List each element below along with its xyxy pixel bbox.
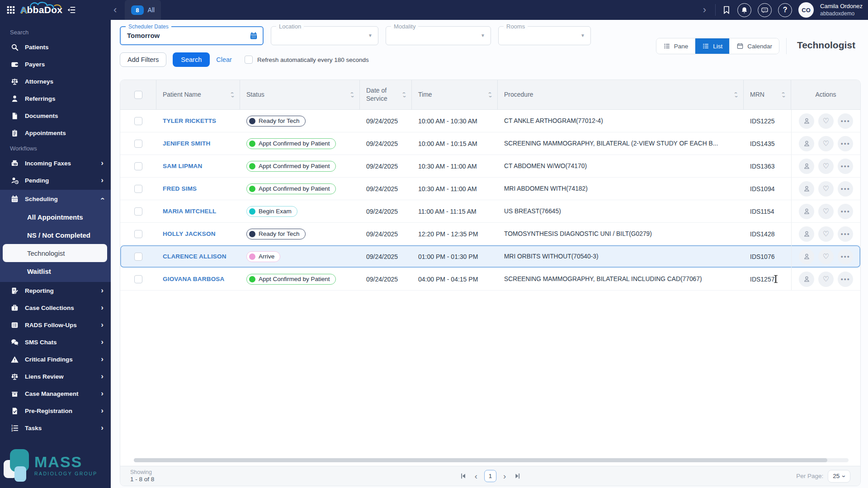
- sidebar-item-scheduling[interactable]: Scheduling ›: [0, 190, 111, 208]
- pane-view-button[interactable]: Pane: [656, 38, 696, 54]
- patient-info-button[interactable]: [799, 226, 814, 242]
- previous-page-button[interactable]: ‹: [475, 472, 477, 480]
- row-checkbox[interactable]: [134, 185, 142, 193]
- patient-name-link[interactable]: GIOVANA BARBOSA: [156, 276, 240, 282]
- patient-name-link[interactable]: MARIA MITCHELL: [156, 208, 240, 215]
- sidebar-item-referrings[interactable]: Referrings ›: [0, 90, 111, 107]
- health-record-button[interactable]: ♡: [818, 159, 834, 174]
- row-checkbox[interactable]: [134, 275, 142, 283]
- health-record-button[interactable]: ♡: [818, 181, 834, 197]
- rooms-select[interactable]: Rooms ▼: [498, 26, 591, 45]
- search-button[interactable]: Search: [173, 52, 210, 67]
- column-procedure[interactable]: Procedure››: [498, 80, 744, 109]
- clear-button[interactable]: Clear: [216, 56, 232, 63]
- sidebar-item-critical-findings[interactable]: Critical Findings ›: [0, 351, 111, 368]
- more-actions-button[interactable]: ●●●: [838, 136, 853, 151]
- scrollbar-thumb[interactable]: [134, 458, 827, 462]
- user-avatar[interactable]: CO: [798, 2, 814, 18]
- more-actions-button[interactable]: ●●●: [838, 204, 853, 219]
- next-page-button[interactable]: ›: [503, 472, 506, 480]
- column-date-of-service[interactable]: Date of Service››: [360, 80, 412, 109]
- health-record-button[interactable]: ♡: [818, 136, 834, 151]
- patient-info-button[interactable]: [799, 249, 814, 264]
- patient-name-link[interactable]: CLARENCE ALLISON: [156, 253, 240, 260]
- patient-name-link[interactable]: FRED SIMS: [156, 185, 240, 192]
- sidebar-item-sms-chats[interactable]: SMS Chats ›: [0, 333, 111, 351]
- more-actions-button[interactable]: ●●●: [838, 249, 853, 264]
- current-page-button[interactable]: 1: [484, 470, 496, 482]
- patient-name-link[interactable]: SAM LIPMAN: [156, 163, 240, 169]
- sort-icon[interactable]: ››: [351, 91, 353, 98]
- messages-button[interactable]: [758, 3, 772, 17]
- patient-info-button[interactable]: [799, 159, 814, 174]
- health-record-button[interactable]: ♡: [818, 226, 834, 242]
- health-record-button[interactable]: ♡: [818, 204, 834, 219]
- table-row[interactable]: SAM LIPMAN Appt Confirmed by Patient 09/…: [120, 155, 860, 178]
- health-record-button[interactable]: ♡: [818, 249, 834, 264]
- sidebar-subitem-technologist[interactable]: Technologist: [3, 244, 107, 262]
- add-filters-button[interactable]: Add Filters: [120, 52, 166, 67]
- patient-name-link[interactable]: JENIFER SMITH: [156, 140, 240, 147]
- help-button[interactable]: ?: [778, 3, 792, 17]
- sidebar-subitem-ns-not-completed[interactable]: NS / Not Completed: [0, 226, 111, 244]
- more-actions-button[interactable]: ●●●: [838, 181, 853, 197]
- table-row[interactable]: CLARENCE ALLISON Arrive 09/24/2025 01:00…: [120, 245, 860, 268]
- row-checkbox[interactable]: [134, 162, 142, 170]
- table-row[interactable]: HOLLY JACKSON Ready for Tech 09/24/2025 …: [120, 223, 860, 245]
- bookmark-button[interactable]: [722, 5, 731, 14]
- column-patient-name[interactable]: Patient Name››: [156, 80, 240, 109]
- sidebar-item-payers[interactable]: Payers ›: [0, 56, 111, 73]
- sidebar-item-incoming-faxes[interactable]: Incoming Faxes ›: [0, 155, 111, 172]
- sidebar-item-case-collections[interactable]: Case Collections ›: [0, 299, 111, 316]
- row-checkbox[interactable]: [134, 117, 142, 125]
- sort-icon[interactable]: ››: [735, 91, 737, 98]
- health-record-button[interactable]: ♡: [818, 272, 834, 287]
- scheduler-dates-field[interactable]: Scheduler Dates Tomorrow: [120, 26, 264, 45]
- sidebar-item-attorneys[interactable]: Attorneys ›: [0, 73, 111, 90]
- modality-select[interactable]: Modality ▼: [386, 26, 491, 45]
- more-actions-button[interactable]: ●●●: [838, 226, 853, 242]
- table-row[interactable]: TYLER RICKETTS Ready for Tech 09/24/2025…: [120, 110, 860, 132]
- tab-all[interactable]: 8 All: [125, 0, 161, 20]
- patient-name-link[interactable]: HOLLY JACKSON: [156, 230, 240, 237]
- sidebar-item-appointments[interactable]: Appointments ›: [0, 124, 111, 141]
- per-page-select[interactable]: 25 ›: [828, 470, 850, 483]
- patient-info-button[interactable]: [799, 136, 814, 151]
- sidebar-item-patients[interactable]: Patients ›: [0, 38, 111, 56]
- column-time[interactable]: Time››: [412, 80, 498, 109]
- row-checkbox[interactable]: [134, 230, 142, 238]
- sidebar-item-liens-review[interactable]: Liens Review ›: [0, 368, 111, 385]
- sort-icon[interactable]: ››: [783, 91, 784, 98]
- patient-info-button[interactable]: [799, 272, 814, 287]
- last-page-button[interactable]: [513, 472, 522, 481]
- sidebar-item-documents[interactable]: Documents ›: [0, 107, 111, 124]
- table-row[interactable]: GIOVANA BARBOSA Appt Confirmed by Patien…: [120, 268, 860, 291]
- patient-info-button[interactable]: [799, 113, 814, 129]
- more-actions-button[interactable]: ●●●: [838, 159, 853, 174]
- sidebar-subitem-waitlist[interactable]: Waitlist: [0, 262, 111, 280]
- sidebar-item-tasks[interactable]: 123 Tasks ›: [0, 419, 111, 436]
- table-row[interactable]: MARIA MITCHELL Begin Exam 09/24/2025 11:…: [120, 200, 860, 223]
- patient-info-button[interactable]: [799, 181, 814, 197]
- select-all-checkbox[interactable]: [134, 91, 142, 99]
- patient-name-link[interactable]: TYLER RICKETTS: [156, 117, 240, 124]
- sidebar-subitem-all-appointments[interactable]: All Appointments: [0, 208, 111, 226]
- app-grid-button[interactable]: [6, 5, 15, 14]
- location-select[interactable]: Location ▼: [271, 26, 378, 45]
- sidebar-item-case-management[interactable]: Case Management ›: [0, 385, 111, 402]
- table-row[interactable]: JENIFER SMITH Appt Confirmed by Patient …: [120, 132, 860, 155]
- sort-icon[interactable]: ››: [403, 91, 405, 98]
- first-page-button[interactable]: [459, 472, 468, 481]
- open-calendar-button[interactable]: [249, 31, 258, 40]
- calendar-view-button[interactable]: Calendar: [730, 38, 779, 54]
- more-actions-button[interactable]: ●●●: [838, 113, 853, 129]
- row-checkbox[interactable]: [134, 253, 142, 261]
- refresh-checkbox[interactable]: [245, 56, 253, 64]
- list-view-button[interactable]: List: [695, 38, 730, 54]
- tabs-scroll-right-button[interactable]: ›: [700, 5, 709, 15]
- sort-icon[interactable]: ››: [489, 91, 491, 98]
- sidebar-item-rads-follow-ups[interactable]: RADS Follow-Ups ›: [0, 316, 111, 333]
- row-checkbox[interactable]: [134, 207, 142, 216]
- sidebar-item-pending[interactable]: Pending ›: [0, 172, 111, 189]
- table-row[interactable]: FRED SIMS Appt Confirmed by Patient 09/2…: [120, 178, 860, 200]
